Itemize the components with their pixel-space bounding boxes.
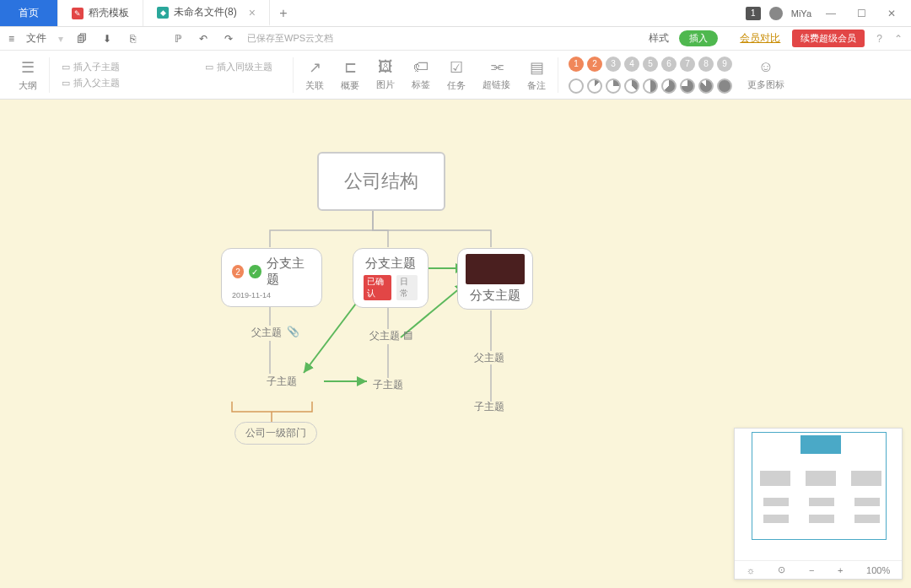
help-icon[interactable]: ? <box>876 33 882 45</box>
sibling-icon: ▭ <box>205 62 213 73</box>
child-node-2[interactable]: 子主题 <box>373 378 403 392</box>
parent-node-2[interactable]: 父主题 <box>369 329 400 343</box>
summary-button[interactable]: ⊏概要 <box>332 58 368 92</box>
markers-panel: 1 2 3 4 5 6 7 8 9 <box>562 57 739 94</box>
marker-3[interactable]: 3 <box>606 57 621 72</box>
redo-icon[interactable]: ↷ <box>222 32 235 46</box>
progress-12[interactable] <box>587 78 602 94</box>
canvas[interactable]: 公司结构 2 ✓ 分支主题 2019-11-14 分支主题 已确认 日常 分支主… <box>0 100 911 588</box>
undo-icon[interactable]: ↶ <box>197 32 210 46</box>
branch2-label: 分支主题 <box>365 256 416 272</box>
branch-node-1[interactable]: 2 ✓ 分支主题 2019-11-14 <box>221 248 322 307</box>
export-icon[interactable]: ⎘ <box>126 32 139 46</box>
tab-label: 未命名文件(8) <box>174 5 237 19</box>
parent-icon: ▭ <box>62 78 70 89</box>
username: MiYa <box>791 8 811 19</box>
child-node-1[interactable]: 子主题 <box>267 375 297 389</box>
marker-8[interactable]: 8 <box>698 57 714 72</box>
tab-templates[interactable]: ✎ 稻壳模板 <box>58 0 143 26</box>
insert-sibling-button[interactable]: ▭插入同级主题 <box>205 61 281 73</box>
attachment-icon[interactable]: 📎 <box>287 326 299 337</box>
image-icon: 🖼 <box>378 58 393 76</box>
tag-daily: 日常 <box>396 275 418 300</box>
insert-parent-button[interactable]: ▭插入父主题 <box>62 77 188 89</box>
outline-button[interactable]: ☰ 大纲 <box>10 58 46 92</box>
relation-icon: ↗ <box>309 58 321 77</box>
hyperlink-button[interactable]: ⫘超链接 <box>474 58 519 91</box>
marker-9[interactable]: 9 <box>717 57 732 72</box>
close-icon[interactable]: × <box>249 6 256 19</box>
marker-7[interactable]: 7 <box>680 57 695 72</box>
relation-button[interactable]: ↗关联 <box>297 58 332 92</box>
vip-renew-button[interactable]: 续费超级会员 <box>792 30 865 47</box>
thumbnail-image <box>466 254 525 284</box>
root-label: 公司结构 <box>344 169 418 194</box>
brightness-icon[interactable]: ☼ <box>747 565 755 575</box>
tag-button[interactable]: 🏷标签 <box>403 58 439 91</box>
summary-node[interactable]: 公司一级部门 <box>234 422 317 445</box>
summary-icon: ⊏ <box>344 58 357 77</box>
tag-confirmed: 已确认 <box>364 275 391 300</box>
note-button[interactable]: ▤备注 <box>519 58 554 92</box>
insert-sub-button[interactable]: ▭插入子主题 <box>62 61 188 73</box>
progress-75[interactable] <box>680 78 695 94</box>
marker-4[interactable]: 4 <box>624 57 639 72</box>
child-node-3[interactable]: 子主题 <box>474 400 504 414</box>
parent-node-1[interactable]: 父主题 <box>251 326 282 340</box>
fit-icon[interactable]: ⊙ <box>778 564 785 575</box>
format-painter-icon[interactable]: ℙ <box>171 32 185 46</box>
note-indicator-icon[interactable]: ▤ <box>403 329 412 341</box>
progress-100[interactable] <box>717 78 732 94</box>
marker-2[interactable]: 2 <box>587 57 602 72</box>
image-button[interactable]: 🖼图片 <box>368 58 403 91</box>
style-tab[interactable]: 样式 <box>649 31 669 46</box>
zoom-in-icon[interactable]: + <box>838 565 843 575</box>
notification-badge[interactable]: 1 <box>746 7 761 20</box>
marker-1[interactable]: 1 <box>569 57 584 72</box>
progress-50[interactable] <box>643 78 658 94</box>
titlebar-right: 1 MiYa — ☐ ✕ <box>737 0 911 26</box>
insert-sibling-group: ▭插入同级主题 <box>197 61 289 89</box>
chevron-up-icon[interactable]: ⌃ <box>894 33 903 45</box>
progress-62[interactable] <box>661 78 677 94</box>
insert-tab[interactable]: 插入 <box>679 30 718 46</box>
download-icon[interactable]: ⬇ <box>100 32 114 46</box>
progress-87[interactable] <box>698 78 714 94</box>
date-stamp: 2019-11-14 <box>232 291 271 299</box>
sub-icon: ▭ <box>62 62 70 73</box>
marker-6[interactable]: 6 <box>661 57 677 72</box>
save-status: 已保存至WPS云文档 <box>247 32 333 45</box>
marker-5[interactable]: 5 <box>643 57 658 72</box>
zoom-out-icon[interactable]: − <box>809 565 814 575</box>
tabs: 首页 ✎ 稻壳模板 ◆ 未命名文件(8) × + <box>0 0 737 26</box>
toolbar: ☰ 大纲 ▭插入子主题 ▭插入父主题 ▭插入同级主题 ↗关联 ⊏概要 🖼图片 🏷… <box>0 51 911 100</box>
outline-icon: ☰ <box>21 58 35 77</box>
outline-label: 大纲 <box>19 79 37 92</box>
branch-node-2[interactable]: 分支主题 已确认 日常 <box>353 248 429 308</box>
root-node[interactable]: 公司结构 <box>317 152 445 211</box>
close-window-icon[interactable]: ✕ <box>881 8 903 19</box>
tab-home[interactable]: 首页 <box>0 0 58 26</box>
menu-hamburger-icon[interactable]: ≡ <box>8 33 14 45</box>
maximize-icon[interactable]: ☐ <box>850 8 872 19</box>
task-button[interactable]: ☑任务 <box>439 58 474 92</box>
new-tab-button[interactable]: + <box>270 0 297 26</box>
parent-node-3[interactable]: 父主题 <box>474 351 504 365</box>
zoom-level[interactable]: 100% <box>866 565 890 575</box>
minimize-icon[interactable]: — <box>820 8 842 19</box>
minimap-viewport[interactable] <box>752 432 887 540</box>
progress-0[interactable] <box>569 78 584 94</box>
member-compare-link[interactable]: 会员对比 <box>740 31 780 46</box>
save-icon[interactable]: 🗐 <box>75 32 89 46</box>
progress-25[interactable] <box>606 78 621 94</box>
file-menu[interactable]: 文件 <box>26 31 46 46</box>
minimap[interactable]: ☼ ⊙ − + 100% <box>734 428 903 580</box>
avatar[interactable] <box>769 7 783 20</box>
progress-37[interactable] <box>624 78 639 94</box>
link-icon: ⫘ <box>489 58 504 76</box>
branch-node-3[interactable]: 分支主题 <box>457 248 533 310</box>
template-icon: ✎ <box>72 8 84 19</box>
tab-label: 稻壳模板 <box>89 6 129 20</box>
emoji-button[interactable]: ☺更多图标 <box>739 58 793 91</box>
tab-current-file[interactable]: ◆ 未命名文件(8) × <box>143 0 270 26</box>
